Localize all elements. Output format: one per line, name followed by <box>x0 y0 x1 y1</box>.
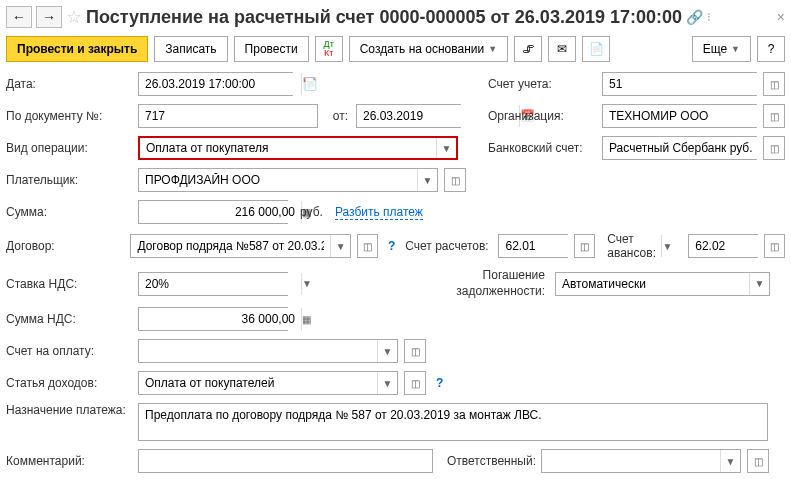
comment-input[interactable] <box>139 450 432 472</box>
payment-purpose-label: Назначение платежа: <box>6 403 134 419</box>
organization-input[interactable] <box>603 105 765 127</box>
chevron-down-icon: ▼ <box>731 44 740 54</box>
doc-number-input[interactable] <box>139 105 317 127</box>
open-button[interactable]: ◫ <box>357 234 378 258</box>
dt-kt-button[interactable]: ДтКт <box>315 36 343 62</box>
open-button[interactable]: ◫ <box>404 339 426 363</box>
settlement-account-label: Счет расчетов: <box>405 239 494 253</box>
open-button[interactable]: ◫ <box>763 72 785 96</box>
vat-sum-label: Сумма НДС: <box>6 312 134 326</box>
operation-type-label: Вид операции: <box>6 141 134 155</box>
vat-sum-input[interactable] <box>139 308 301 330</box>
payer-label: Плательщик: <box>6 173 134 187</box>
invoice-input[interactable] <box>139 340 377 362</box>
nav-forward-button[interactable]: → <box>36 6 62 28</box>
income-item-label: Статья доходов: <box>6 376 134 390</box>
vat-rate-input[interactable] <box>139 273 301 295</box>
write-button[interactable]: Записать <box>154 36 227 62</box>
favorite-star-icon[interactable]: ☆ <box>66 6 82 28</box>
payment-purpose-input[interactable] <box>139 404 767 440</box>
organization-label: Организация: <box>488 109 598 123</box>
dropdown-icon[interactable]: ▼ <box>417 169 437 191</box>
operation-type-input[interactable] <box>140 138 436 158</box>
dropdown-icon[interactable]: ▼ <box>330 235 350 257</box>
date-label: Дата: <box>6 77 134 91</box>
open-button[interactable]: ◫ <box>763 136 785 160</box>
account-label: Счет учета: <box>488 77 598 91</box>
attach-icon[interactable]: ⁝ <box>707 10 711 24</box>
account-input[interactable] <box>603 73 765 95</box>
split-payment-link[interactable]: Разбить платеж <box>335 205 423 220</box>
comment-label: Комментарий: <box>6 454 134 468</box>
dropdown-icon[interactable]: ▼ <box>377 340 397 362</box>
contract-label: Договор: <box>6 239 126 253</box>
dropdown-icon[interactable]: ▼ <box>436 138 456 158</box>
invoice-label: Счет на оплату: <box>6 344 134 358</box>
open-button[interactable]: ◫ <box>747 449 769 473</box>
date-input[interactable] <box>139 73 301 95</box>
debt-repayment-label: Погашение задолженности: <box>431 268 551 299</box>
post-button[interactable]: Провести <box>234 36 309 62</box>
help-button[interactable]: ? <box>757 36 785 62</box>
income-item-input[interactable] <box>139 372 377 394</box>
close-icon[interactable]: × <box>777 9 785 25</box>
doc-number-label: По документу №: <box>6 109 134 123</box>
from-label: от: <box>322 109 352 123</box>
post-and-close-button[interactable]: Провести и закрыть <box>6 36 148 62</box>
email-button[interactable]: ✉ <box>548 36 576 62</box>
rub-label: руб. <box>300 205 323 219</box>
debt-repayment-input[interactable] <box>556 273 749 295</box>
help-icon[interactable]: ? <box>388 239 395 253</box>
status-icon: 📄 <box>303 77 318 91</box>
vat-rate-label: Ставка НДС: <box>6 277 134 291</box>
open-button[interactable]: ◫ <box>404 371 426 395</box>
chevron-down-icon: ▼ <box>488 44 497 54</box>
bank-account-input[interactable] <box>603 137 765 159</box>
dropdown-icon[interactable]: ▼ <box>749 273 769 295</box>
attach-button[interactable]: 🖇 <box>514 36 542 62</box>
advance-account-label: Счет авансов: <box>599 232 684 260</box>
dropdown-icon[interactable]: ▼ <box>301 273 312 295</box>
sum-label: Сумма: <box>6 205 134 219</box>
open-button[interactable]: ◫ <box>444 168 466 192</box>
help-icon[interactable]: ? <box>436 376 443 390</box>
page-title: Поступление на расчетный счет 0000-00000… <box>86 7 682 28</box>
dropdown-icon[interactable]: ▼ <box>377 372 397 394</box>
link-icon[interactable]: 🔗 <box>686 9 703 25</box>
responsible-label: Ответственный: <box>437 454 537 468</box>
payer-input[interactable] <box>139 169 417 191</box>
calc-icon[interactable]: ▦ <box>301 308 311 330</box>
contract-input[interactable] <box>131 235 330 257</box>
sum-input[interactable] <box>139 201 301 223</box>
responsible-input[interactable] <box>542 450 720 472</box>
open-button[interactable]: ◫ <box>574 234 595 258</box>
open-button[interactable]: ◫ <box>763 104 785 128</box>
dropdown-icon[interactable]: ▼ <box>720 450 740 472</box>
open-button[interactable]: ◫ <box>764 234 785 258</box>
print-button[interactable]: 📄 <box>582 36 610 62</box>
create-based-button[interactable]: Создать на основании ▼ <box>349 36 508 62</box>
bank-account-label: Банковский счет: <box>488 141 598 155</box>
more-button[interactable]: Еще ▼ <box>692 36 751 62</box>
nav-back-button[interactable]: ← <box>6 6 32 28</box>
